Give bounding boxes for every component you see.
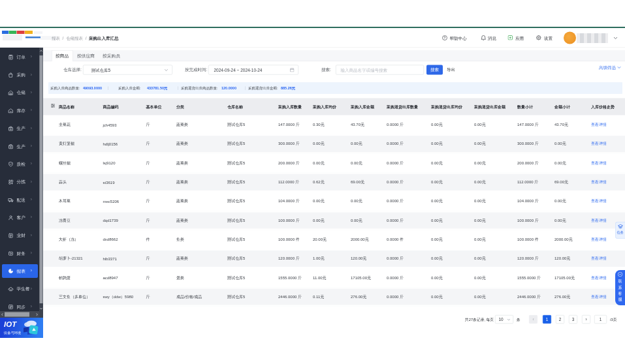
svg-text:?: ?	[444, 36, 446, 40]
